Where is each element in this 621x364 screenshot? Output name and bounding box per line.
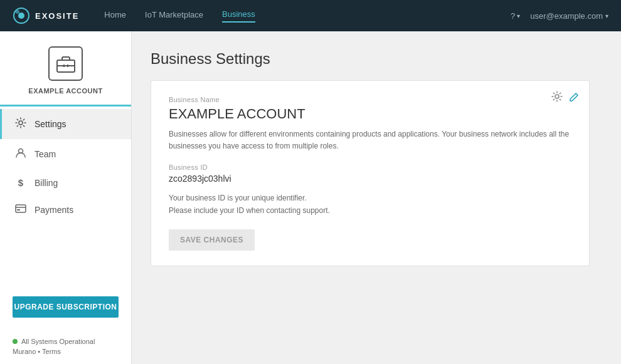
status-line: All Systems Operational — [13, 338, 119, 345]
business-id-label: Business ID — [169, 164, 571, 171]
user-email: user@example.com — [530, 11, 603, 21]
svg-point-2 — [16, 10, 19, 14]
briefcase-icon — [56, 55, 76, 73]
status-text: All Systems Operational — [21, 338, 95, 345]
nav-iot[interactable]: IoT Marketplace — [145, 10, 203, 22]
footer-links: Murano • Terms — [13, 348, 119, 355]
card-top-icons — [551, 91, 579, 105]
sidebar-item-team[interactable]: Team — [0, 139, 131, 169]
nav-business[interactable]: Business — [222, 9, 255, 23]
svg-point-1 — [18, 13, 24, 19]
sidebar: EXAMPLE ACCOUNT Settings — [0, 31, 132, 364]
terms-link[interactable]: Terms — [42, 348, 61, 355]
team-icon — [14, 147, 27, 161]
sidebar-nav: Settings Team $ Billing — [0, 107, 131, 286]
murano-link[interactable]: Murano — [13, 348, 36, 355]
nav-right: ? ▾ user@example.com ▾ — [511, 11, 608, 21]
business-id-value: zco2893jc03hlvi — [169, 174, 571, 184]
user-menu-button[interactable]: user@example.com ▾ — [530, 11, 608, 21]
sidebar-item-settings[interactable]: Settings — [0, 109, 131, 139]
payments-icon — [14, 204, 27, 216]
logo-text: EXOSITE — [35, 11, 79, 21]
nav-home[interactable]: Home — [104, 10, 126, 22]
logo-area[interactable]: EXOSITE — [13, 7, 79, 24]
settings-card: Business Name EXAMPLE ACCOUNT Businesses… — [151, 80, 590, 266]
account-icon — [48, 46, 83, 81]
page-title: Business Settings — [151, 50, 602, 68]
sidebar-team-label: Team — [34, 149, 56, 159]
business-name-value: EXAMPLE ACCOUNT — [169, 106, 571, 122]
billing-icon: $ — [14, 177, 27, 188]
svg-rect-11 — [17, 209, 20, 211]
svg-point-12 — [555, 95, 559, 98]
main-layout: EXAMPLE ACCOUNT Settings — [0, 31, 621, 364]
help-icon: ? — [511, 11, 515, 21]
exosite-logo-icon — [13, 7, 30, 24]
sidebar-settings-label: Settings — [34, 119, 66, 129]
sidebar-item-payments[interactable]: Payments — [0, 196, 131, 224]
account-label: EXAMPLE ACCOUNT — [28, 87, 102, 95]
gear-icon[interactable] — [551, 91, 563, 105]
svg-point-7 — [19, 121, 23, 125]
top-navigation: EXOSITE Home IoT Marketplace Business ? … — [0, 0, 621, 31]
business-name-section: Business Name EXAMPLE ACCOUNT Businesses… — [169, 96, 571, 152]
help-button[interactable]: ? ▾ — [511, 11, 520, 21]
sidebar-account: EXAMPLE ACCOUNT — [0, 31, 131, 107]
upgrade-subscription-button[interactable]: UPGRADE SUBSCRIPTION — [13, 296, 119, 318]
sidebar-footer: All Systems Operational Murano • Terms — [0, 330, 131, 364]
save-changes-button[interactable]: SAVE CHANGES — [169, 229, 255, 251]
user-chevron: ▾ — [605, 13, 608, 19]
sidebar-payments-label: Payments — [34, 205, 73, 215]
nav-links: Home IoT Marketplace Business — [104, 9, 511, 23]
upgrade-btn-wrap: UPGRADE SUBSCRIPTION — [0, 286, 131, 330]
edit-icon[interactable] — [569, 92, 579, 105]
sidebar-item-billing[interactable]: $ Billing — [0, 169, 131, 196]
svg-rect-9 — [16, 205, 26, 212]
settings-icon — [14, 117, 27, 131]
business-description: Businesses allow for different environme… — [169, 128, 571, 152]
help-chevron: ▾ — [517, 13, 520, 19]
id-description: Your business ID is your unique identifi… — [169, 192, 571, 216]
status-dot — [13, 339, 18, 344]
business-id-section: Business ID zco2893jc03hlvi — [169, 164, 571, 184]
sidebar-billing-label: Billing — [34, 178, 58, 188]
main-content: Business Settings Business Name EXAMP — [132, 31, 621, 364]
business-name-label: Business Name — [169, 96, 571, 103]
